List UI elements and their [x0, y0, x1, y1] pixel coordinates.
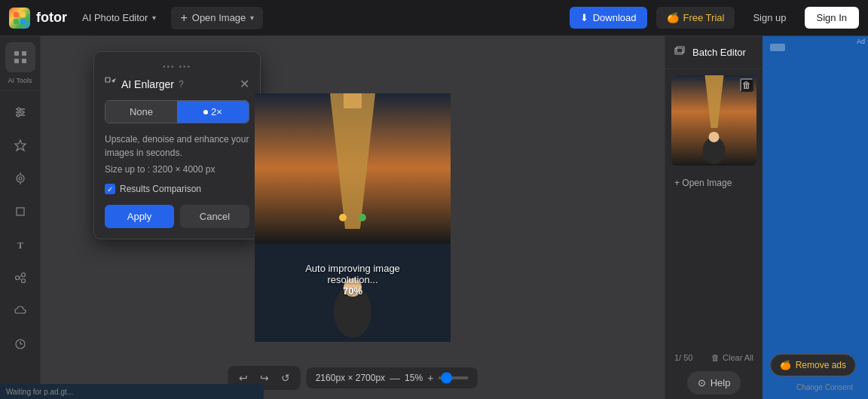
svg-point-11: [17, 108, 20, 111]
download-icon: ⬇: [580, 12, 588, 23]
free-trial-button[interactable]: 🍊 Free Trial: [656, 7, 735, 29]
zoom-dimensions: 2160px × 2700px: [316, 373, 385, 383]
svg-rect-28: [105, 78, 110, 82]
reset-button[interactable]: ↺: [278, 370, 293, 385]
sidebar-item-beauty[interactable]: [5, 130, 35, 160]
panel-close-button[interactable]: ✕: [240, 77, 249, 91]
sidebar-item-crop[interactable]: [5, 196, 35, 227]
panel-title-area: AI Enlarger ?: [105, 77, 184, 91]
ad-label: Ad: [857, 38, 865, 45]
svg-rect-7: [22, 59, 26, 63]
left-sidebar: AI Tools T: [0, 36, 41, 399]
sign-in-label: Sign In: [817, 12, 847, 23]
cancel-button[interactable]: Cancel: [180, 205, 249, 228]
ad-content: [763, 36, 868, 360]
sidebar-item-elements[interactable]: [5, 263, 35, 293]
panel-drag-handle[interactable]: ••• •••: [105, 62, 249, 71]
svg-rect-1: [20, 12, 26, 17]
thumbnail-delete-button[interactable]: 🗑: [740, 78, 753, 92]
panel-description: Upscale, denoise and enhance your images…: [105, 132, 249, 160]
zoom-out-button[interactable]: —: [390, 372, 400, 384]
app-logo-icon: [9, 8, 30, 29]
svg-point-40: [709, 132, 720, 142]
ad-area: Ad: [763, 36, 868, 399]
zoom-group: 2160px × 2700px — 15% +: [307, 367, 478, 388]
status-text: Waiting for p.ad.gt...: [6, 388, 73, 396]
panel-header: AI Enlarger ? ✕: [105, 77, 249, 91]
svg-point-22: [21, 279, 25, 283]
svg-rect-5: [22, 51, 26, 56]
sidebar-item-ai-tools[interactable]: [5, 42, 35, 72]
ai-enlarger-panel: ••• ••• AI Enlarger ? ✕ None 2×: [93, 51, 261, 239]
right-panel: Batch Editor 🗑 + Open Image: [665, 36, 763, 399]
remove-ads-label: Remove ads: [796, 360, 846, 370]
redo-button[interactable]: ↪: [257, 370, 272, 385]
logo-text: fotor: [36, 10, 67, 26]
sign-up-label: Sign up: [753, 12, 786, 23]
sidebar-item-cloud[interactable]: [5, 296, 35, 326]
green-dot: [359, 214, 366, 221]
clear-all-button[interactable]: 🗑 Clear All: [711, 353, 753, 362]
open-image-label: Open Image: [192, 12, 246, 23]
scale-options-group: None 2×: [105, 100, 249, 123]
svg-rect-3: [20, 19, 26, 24]
logo-area: fotor: [9, 8, 67, 29]
page-info: 1/ 50 🗑 Clear All: [665, 349, 763, 367]
checkmark-icon: ✓: [107, 185, 113, 193]
app-header: fotor AI Photo Editor ▾ + Open Image ▾ ⬇…: [0, 0, 868, 36]
help-button[interactable]: ⊙ Help: [687, 371, 741, 394]
progress-overlay: Auto improving image resolution... 70%: [304, 263, 402, 297]
batch-editor-header: Batch Editor: [665, 36, 763, 69]
zoom-slider[interactable]: [438, 376, 468, 379]
progress-text: Auto improving image resolution...: [304, 263, 402, 285]
results-comparison-label: Results Comparison: [120, 184, 201, 194]
sidebar-item-text[interactable]: T: [5, 230, 35, 260]
svg-rect-6: [14, 59, 19, 63]
help-circle-icon: ⊙: [698, 377, 706, 388]
download-label: Download: [593, 12, 637, 23]
sign-in-button[interactable]: Sign In: [805, 7, 859, 29]
batch-editor-icon: [674, 45, 686, 59]
sidebar-divider-1: [0, 90, 40, 91]
open-image-button[interactable]: + Open Image ▾: [171, 7, 263, 29]
svg-rect-0: [14, 12, 19, 17]
undo-button[interactable]: ↩: [236, 370, 251, 385]
zoom-in-button[interactable]: +: [427, 372, 433, 384]
clear-all-label: Clear All: [723, 353, 753, 362]
svg-point-21: [21, 273, 25, 277]
canvas-area: ••• ••• AI Enlarger ? ✕ None 2×: [41, 36, 665, 399]
sidebar-item-history[interactable]: [5, 329, 35, 359]
diamond-icon-small: 🍊: [780, 360, 791, 370]
change-consent-link[interactable]: Change Consent: [796, 383, 853, 391]
sidebar-item-adjust[interactable]: [5, 97, 35, 127]
results-comparison-checkbox[interactable]: ✓: [105, 184, 115, 194]
open-image-right-label: + Open Image: [674, 178, 732, 188]
open-image-right-button[interactable]: + Open Image: [665, 172, 763, 194]
results-comparison-row: ✓ Results Comparison: [105, 184, 249, 194]
svg-line-23: [19, 276, 21, 278]
status-bar: Waiting for p.ad.gt...: [0, 384, 264, 399]
ai-photo-editor-button[interactable]: AI Photo Editor ▾: [76, 9, 162, 26]
scale-none-option[interactable]: None: [105, 101, 177, 123]
scale-2x-option[interactable]: 2×: [177, 101, 249, 123]
free-trial-label: Free Trial: [683, 12, 725, 23]
svg-rect-42: [770, 44, 785, 51]
batch-editor-title: Batch Editor: [692, 47, 746, 58]
help-icon[interactable]: ?: [179, 79, 184, 90]
dropdown-arrow-icon: ▾: [250, 14, 254, 22]
svg-rect-2: [14, 19, 19, 24]
download-button[interactable]: ⬇ Download: [570, 7, 647, 29]
drag-dots-icon: ••• •••: [163, 62, 191, 71]
svg-point-15: [19, 177, 22, 180]
scale-2x-label: 2×: [211, 106, 222, 117]
yellow-dot: [339, 214, 347, 221]
main-layout: AI Tools T ••• •••: [0, 36, 868, 399]
apply-button[interactable]: Apply: [105, 205, 174, 228]
right-panel-spacer: [665, 194, 763, 349]
svg-rect-4: [14, 51, 19, 56]
remove-ads-button[interactable]: 🍊 Remove ads: [770, 354, 856, 376]
panel-size: Size up to : 3200 × 4000 px: [105, 164, 249, 175]
ai-photo-editor-label: AI Photo Editor: [82, 12, 148, 23]
sidebar-item-retouch[interactable]: [5, 163, 35, 193]
sign-up-button[interactable]: Sign up: [744, 7, 795, 29]
